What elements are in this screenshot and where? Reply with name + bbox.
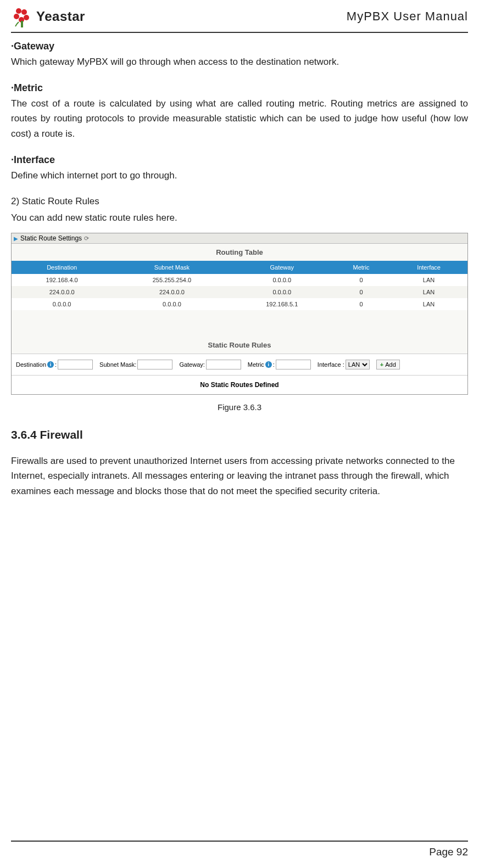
routing-table: Destination Subnet Mask Gateway Metric I… [12,261,467,310]
logo: Yeastar [11,5,85,27]
gateway-field-label: Gateway: [179,360,241,369]
cell-destination: 224.0.0.0 [12,286,112,298]
destination-input[interactable] [58,360,93,369]
plus-icon: + [380,361,383,368]
gateway-section: ·Gateway Which gateway MyPBX will go thr… [11,41,468,69]
static-route-settings-panel: ▶ Static Route Settings ⟳ Routing Table … [11,233,468,395]
section-heading: ·Metric [11,82,468,94]
subnet-input[interactable] [137,360,172,369]
route-rules-form: Destination i: Subnet Mask: Gateway: Met… [12,354,467,375]
panel-title-text: Static Route Settings [20,234,82,242]
no-routes-message: No Static Routes Defined [12,375,467,394]
section-body: The cost of a route is calculated by usi… [11,96,468,141]
subnet-field-label: Subnet Mask: [99,360,172,369]
cell-gateway: 0.0.0.0 [232,274,332,286]
label-text: Subnet Mask: [99,361,136,368]
routing-table-title: Routing Table [12,244,467,261]
section-heading: ·Gateway [11,41,468,52]
page-header: Yeastar MyPBX User Manual [11,5,468,33]
label-text: Gateway: [179,361,204,368]
page-number: Page 92 [429,846,468,858]
logo-text: Yeastar [36,9,85,24]
cell-metric: 0 [332,274,390,286]
svg-point-0 [16,8,21,14]
svg-point-2 [14,14,19,19]
cell-interface: LAN [390,274,467,286]
gateway-input[interactable] [206,360,241,369]
label-text: Metric [248,361,264,368]
triangle-icon: ▶ [14,236,18,242]
metric-section: ·Metric The cost of a route is calculate… [11,82,468,141]
info-icon[interactable]: i [265,361,272,368]
cell-metric: 0 [332,298,390,310]
section-body: Define which internet port to go through… [11,168,468,183]
interface-field-label: Interface : LAN [318,360,370,369]
firewall-body: Firewalls are used to prevent unauthoriz… [11,453,468,499]
refresh-icon[interactable]: ⟳ [84,235,89,242]
section-heading: ·Interface [11,154,468,166]
interface-select[interactable]: LAN [346,360,370,369]
figure-caption: Figure 3.6.3 [11,402,468,412]
cell-gateway: 192.168.5.1 [232,298,332,310]
col-destination: Destination [12,261,112,274]
table-header-row: Destination Subnet Mask Gateway Metric I… [12,261,467,274]
col-metric: Metric [332,261,390,274]
section-body: You can add new static route rules here. [11,210,468,225]
metric-input[interactable] [276,360,311,369]
spacer [12,310,467,337]
label-text: Destination [16,361,46,368]
cell-gateway: 0.0.0.0 [232,286,332,298]
table-row: 224.0.0.0 224.0.0.0 0.0.0.0 0 LAN [12,286,467,298]
interface-section: ·Interface Define which internet port to… [11,154,468,183]
cell-interface: LAN [390,286,467,298]
cell-metric: 0 [332,286,390,298]
metric-field-label: Metric i: [248,360,311,369]
label-text: Interface : [318,361,344,368]
add-button[interactable]: + Add [376,360,400,369]
col-gateway: Gateway [232,261,332,274]
col-subnet-mask: Subnet Mask [112,261,231,274]
svg-point-1 [21,9,27,15]
static-route-intro: 2) Static Route Rules You can add new st… [11,196,468,225]
colon: : [55,361,57,368]
colon: : [273,361,275,368]
cell-destination: 0.0.0.0 [12,298,112,310]
table-row: 0.0.0.0 0.0.0.0 192.168.5.1 0 LAN [12,298,467,310]
cell-destination: 192.168.4.0 [12,274,112,286]
table-row: 192.168.4.0 255.255.254.0 0.0.0.0 0 LAN [12,274,467,286]
cell-interface: LAN [390,298,467,310]
info-icon[interactable]: i [47,361,54,368]
static-rules-title: Static Route Rules [12,337,467,354]
document-title: MyPBX User Manual [347,9,468,24]
add-label: Add [385,361,396,368]
cell-subnet: 224.0.0.0 [112,286,231,298]
svg-point-3 [24,15,29,20]
firewall-heading: 3.6.4 Firewall [11,428,468,441]
cell-subnet: 255.255.254.0 [112,274,231,286]
col-interface: Interface [390,261,467,274]
yeastar-logo-icon [11,5,33,27]
destination-field-label: Destination i: [16,360,93,369]
panel-header: ▶ Static Route Settings ⟳ [12,233,467,244]
page-footer: Page 92 [11,841,468,858]
subsection-title: 2) Static Route Rules [11,196,468,207]
cell-subnet: 0.0.0.0 [112,298,231,310]
section-body: Which gateway MyPBX will go through when… [11,54,468,69]
